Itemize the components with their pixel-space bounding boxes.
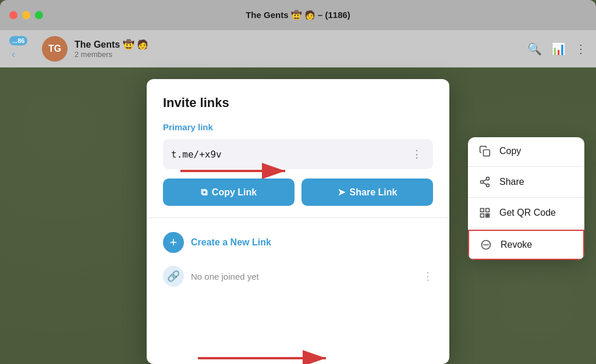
svg-rect-2 <box>484 150 490 156</box>
chat-header: ...86 ‹ TG The Gents 🤠 🧑 2 members 🔍 📊 ⋮ <box>0 30 596 67</box>
link-item-text: No one joined yet <box>191 272 416 281</box>
app-window: The Gents 🤠 🧑 – (1186) ...86 ‹ TG The Ge… <box>0 0 596 364</box>
svg-rect-9 <box>486 209 489 212</box>
invite-links-modal: Invite links Primary link t.me/+x9v ⋮ ⧉ … <box>147 79 449 364</box>
qr-label: Get QR Code <box>499 208 556 218</box>
stats-icon[interactable]: 📊 <box>551 42 566 56</box>
link-item-row: 🔗 No one joined yet ⋮ <box>163 260 433 292</box>
chat-name: The Gents 🤠 🧑 <box>74 39 520 50</box>
header-actions: 🔍 📊 ⋮ <box>527 42 587 56</box>
share-label: Share <box>499 177 524 187</box>
maximize-button[interactable] <box>35 11 43 19</box>
link-item-dots-button[interactable]: ⋮ <box>423 270 433 283</box>
more-icon[interactable]: ⋮ <box>575 42 587 56</box>
menu-item-revoke[interactable]: Revoke <box>468 230 584 260</box>
search-icon[interactable]: 🔍 <box>527 42 542 56</box>
svg-rect-14 <box>488 214 489 216</box>
menu-sep-1 <box>468 166 584 167</box>
modal-title: Invite links <box>163 95 433 110</box>
create-link-label: Create a New Link <box>191 237 271 248</box>
svg-rect-11 <box>486 214 488 216</box>
minimize-button[interactable] <box>22 11 30 19</box>
menu-sep-2 <box>468 197 584 198</box>
chat-info: The Gents 🤠 🧑 2 members <box>74 39 520 59</box>
qr-menu-icon <box>478 206 491 219</box>
share-icon: ➤ <box>338 187 345 198</box>
svg-point-5 <box>487 184 489 187</box>
close-button[interactable] <box>9 11 17 19</box>
back-arrow-icon: ‹ <box>12 48 15 60</box>
primary-link-label: Primary link <box>163 122 433 132</box>
share-link-button[interactable]: ➤ Share Link <box>301 179 433 206</box>
link-chain-icon: 🔗 <box>163 266 184 287</box>
svg-line-6 <box>483 183 487 184</box>
copy-label: Copy <box>499 146 521 156</box>
copy-icon: ⧉ <box>201 187 207 198</box>
svg-point-3 <box>487 177 489 180</box>
create-new-link-row[interactable]: + Create a New Link <box>163 227 433 258</box>
back-button[interactable]: ...86 ‹ <box>9 36 35 62</box>
chat-background: Invite links Primary link t.me/+x9v ⋮ ⧉ … <box>0 67 596 364</box>
svg-line-7 <box>483 179 487 181</box>
link-dots-button[interactable]: ⋮ <box>409 146 425 162</box>
revoke-menu-icon <box>480 238 492 251</box>
menu-item-share[interactable]: Share <box>468 168 584 196</box>
avatar: TG <box>42 36 68 62</box>
window-title: The Gents 🤠 🧑 – (1186) <box>246 10 350 20</box>
link-value: t.me/+x9v <box>171 149 409 160</box>
menu-sep-3 <box>468 228 584 229</box>
revoke-label: Revoke <box>501 240 532 250</box>
svg-rect-12 <box>488 216 489 217</box>
unread-badge: ...86 <box>9 36 27 45</box>
copy-link-button[interactable]: ⧉ Copy Link <box>163 179 295 206</box>
traffic-lights <box>9 11 43 19</box>
menu-item-qr[interactable]: Get QR Code <box>468 199 584 227</box>
create-link-icon: + <box>163 232 184 253</box>
svg-rect-8 <box>481 209 484 212</box>
action-buttons: ⧉ Copy Link ➤ Share Link <box>163 179 433 206</box>
svg-rect-13 <box>486 216 488 217</box>
chat-members: 2 members <box>74 50 520 59</box>
link-field-row: t.me/+x9v ⋮ <box>163 139 433 169</box>
divider <box>147 217 449 218</box>
menu-item-copy[interactable]: Copy <box>468 137 584 165</box>
svg-rect-10 <box>481 214 484 217</box>
share-menu-icon <box>478 176 491 188</box>
copy-menu-icon <box>478 145 491 158</box>
titlebar: The Gents 🤠 🧑 – (1186) <box>0 0 596 30</box>
context-menu: Copy Share <box>468 137 584 260</box>
svg-point-4 <box>481 181 484 184</box>
